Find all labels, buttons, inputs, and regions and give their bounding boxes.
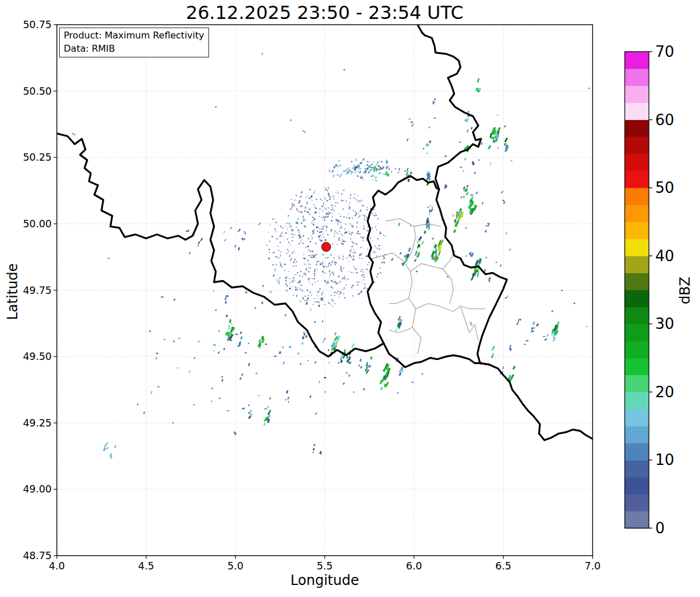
y-tick-label: 50.25 [23, 152, 52, 163]
colorbar-tick-label: 40 [655, 247, 674, 265]
axis-ticks: 4.04.55.05.56.06.57.048.7549.0049.2549.5… [23, 19, 601, 572]
colorbar-tick-label: 70 [655, 43, 674, 60]
map-chart-canvas: 4.04.55.05.56.06.57.048.7549.0049.2549.5… [0, 0, 700, 597]
colorbar-tick-label: 0 [655, 520, 665, 537]
colorbar-label: dBZ [677, 256, 693, 325]
y-axis-label: Latitude [5, 254, 21, 329]
y-tick-label: 50.00 [23, 218, 52, 230]
x-tick-label: 4.5 [138, 560, 154, 572]
y-tick-label: 49.50 [23, 351, 52, 362]
x-axis-label: Longitude [57, 572, 593, 588]
x-tick-label: 4.0 [49, 560, 65, 572]
y-tick-label: 50.50 [23, 86, 52, 97]
annotation-product-line: Product: Maximum Reflectivity [64, 29, 204, 42]
colorbar-tick-label: 30 [655, 315, 674, 332]
annotation-source-line: Data: RMIB [64, 42, 204, 56]
colorbar: 010203040506070 [625, 43, 674, 537]
radar-reflectivity-figure: 4.04.55.05.56.06.57.048.7549.0049.2549.5… [0, 0, 700, 597]
product-annotation-box: Product: Maximum Reflectivity Data: RMIB [59, 28, 209, 57]
y-tick-label: 49.00 [23, 483, 52, 495]
x-tick-label: 5.0 [227, 560, 243, 572]
grid-lines [57, 25, 593, 556]
x-tick-label: 6.0 [406, 560, 422, 572]
figure-title: 26.12.2025 23:50 - 23:54 UTC [57, 2, 593, 24]
x-tick-label: 5.5 [317, 560, 333, 572]
y-tick-label: 48.75 [23, 550, 52, 561]
y-tick-label: 49.75 [23, 285, 52, 296]
colorbar-tick-label: 20 [655, 383, 674, 401]
y-tick-label: 49.25 [23, 417, 52, 429]
y-tick-label: 50.75 [23, 19, 52, 30]
radar-echoes [72, 53, 590, 459]
colorbar-tick-label: 60 [655, 111, 674, 129]
x-tick-label: 6.5 [496, 560, 512, 572]
region-borders [373, 219, 485, 354]
x-tick-label: 7.0 [585, 560, 601, 572]
colorbar-tick-label: 10 [655, 451, 674, 468]
colorbar-tick-label: 50 [655, 179, 674, 196]
radar-site-marker [322, 242, 331, 251]
